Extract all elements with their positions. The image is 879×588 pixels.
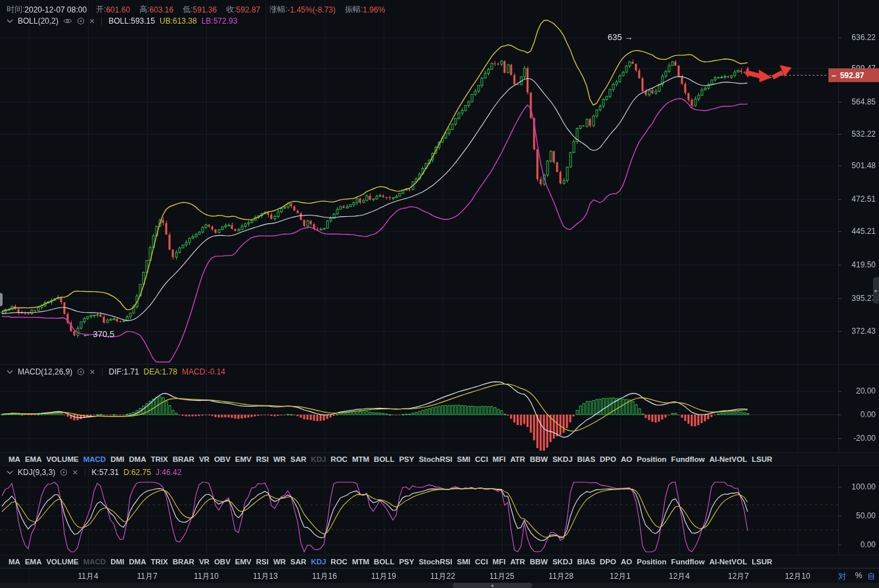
tab-roc[interactable]: ROC — [330, 558, 348, 566]
tab-ai-netvol[interactable]: AI-NetVOL — [710, 455, 748, 463]
change-label: 涨幅: — [269, 4, 287, 15]
amplitude-label: 振幅: — [345, 4, 363, 15]
tab-mfi[interactable]: MFI — [493, 455, 506, 463]
tab-trix[interactable]: TRIX — [150, 558, 168, 566]
time-tick-label: 11月16 — [312, 571, 337, 582]
tab-ao[interactable]: AO — [621, 558, 632, 566]
tab-volume[interactable]: VOLUME — [46, 455, 78, 463]
tab-rsi[interactable]: RSI — [256, 455, 269, 463]
tab-position[interactable]: Position — [637, 455, 666, 463]
tab-skdj[interactable]: SKDJ — [552, 455, 573, 463]
tab-vr[interactable]: VR — [199, 455, 210, 463]
price-axis-label: 501.48 — [842, 161, 876, 170]
close-icon[interactable]: × — [89, 367, 95, 376]
tab-wr[interactable]: WR — [273, 455, 286, 463]
tab-macd[interactable]: MACD — [83, 455, 106, 463]
tab-bbw[interactable]: BBW — [530, 455, 547, 463]
kdj-indicator-name: KDJ(9,3,3) — [18, 468, 55, 477]
tab-kdj[interactable]: KDJ — [311, 558, 326, 566]
tab-bias[interactable]: BIAS — [577, 558, 595, 566]
tab-vr[interactable]: VR — [199, 558, 210, 566]
tab-smi[interactable]: SMI — [457, 558, 470, 566]
tab-mfi[interactable]: MFI — [493, 558, 506, 566]
tab-ema[interactable]: EMA — [25, 558, 42, 566]
tab-atr[interactable]: ATR — [510, 455, 526, 463]
time-tick-label: 12月7 — [728, 571, 749, 582]
tab-kdj[interactable]: KDJ — [311, 455, 326, 463]
price-axis-label: 472.51 — [842, 194, 876, 204]
eye-icon[interactable] — [63, 18, 72, 24]
time-tick-label: 12月10 — [785, 571, 811, 582]
tab-ma[interactable]: MA — [9, 455, 20, 463]
tab-boll[interactable]: BOLL — [374, 455, 394, 463]
tab-sar[interactable]: SAR — [290, 558, 306, 566]
kdj-axis-label: 100.00 — [842, 482, 876, 491]
tab-mtm[interactable]: MTM — [352, 558, 369, 566]
tab-wr[interactable]: WR — [273, 558, 286, 566]
tab-dpo[interactable]: DPO — [600, 455, 616, 463]
tab-stochrsi[interactable]: StochRSI — [418, 558, 452, 566]
tab-volume[interactable]: VOLUME — [46, 558, 78, 566]
tab-rsi[interactable]: RSI — [256, 558, 269, 566]
price-axis-label: 564.85 — [842, 97, 876, 106]
tab-ai-netvol[interactable]: AI-NetVOL — [710, 558, 748, 566]
tab-dpo[interactable]: DPO — [600, 558, 616, 566]
time-value: 2020-12-07 08:00 — [24, 5, 87, 14]
tab-ma[interactable]: MA — [9, 558, 20, 566]
settings-hexagon-icon[interactable] — [77, 368, 85, 376]
tab-brar[interactable]: BRAR — [173, 558, 194, 566]
tab-emv[interactable]: EMV — [235, 455, 252, 463]
tab-roc[interactable]: ROC — [330, 455, 348, 463]
tab-ao[interactable]: AO — [621, 455, 632, 463]
tab-bbw[interactable]: BBW — [530, 558, 547, 566]
tab-atr[interactable]: ATR — [510, 558, 526, 566]
tab-dma[interactable]: DMA — [129, 455, 146, 463]
tab-obv[interactable]: OBV — [214, 558, 231, 566]
tab-cci[interactable]: CCI — [475, 558, 488, 566]
scrollbar-thumb[interactable]: ▲ — [453, 583, 532, 588]
tab-sar[interactable]: SAR — [290, 455, 306, 463]
tab-cci[interactable]: CCI — [475, 455, 488, 463]
tab-skdj[interactable]: SKDJ — [552, 558, 573, 566]
tab-ema[interactable]: EMA — [25, 455, 42, 463]
time-tick-label: 11月19 — [371, 571, 396, 582]
tab-macd[interactable]: MACD — [83, 558, 106, 566]
tab-emv[interactable]: EMV — [235, 558, 252, 566]
chevron-down-icon[interactable] — [7, 19, 13, 23]
tab-position[interactable]: Position — [637, 558, 666, 566]
time-tick-label: 11月28 — [549, 571, 574, 582]
price-chart-canvas[interactable] — [0, 0, 879, 588]
k-value: K:57.31 — [92, 468, 119, 477]
close-icon[interactable]: × — [89, 16, 95, 26]
tab-boll[interactable]: BOLL — [374, 558, 394, 566]
chevron-down-icon[interactable] — [7, 470, 13, 474]
tab-lsur[interactable]: LSUR — [752, 558, 772, 566]
tab-bias[interactable]: BIAS — [577, 455, 595, 463]
left-pane-handle[interactable] — [0, 293, 3, 306]
tab-fundflow[interactable]: Fundflow — [671, 455, 705, 463]
tab-dma[interactable]: DMA — [129, 558, 146, 566]
tab-fundflow[interactable]: Fundflow — [671, 558, 705, 566]
tab-obv[interactable]: OBV — [214, 455, 231, 463]
settings-hexagon-icon[interactable] — [60, 468, 68, 476]
tab-psy[interactable]: PSY — [399, 558, 414, 566]
chevron-down-icon[interactable] — [7, 370, 13, 374]
change-value: -1.45%(-8.73) — [288, 5, 336, 14]
price-axis-label: 532.22 — [842, 129, 876, 139]
right-panel-toggle[interactable]: ▸ — [873, 277, 879, 304]
tab-smi[interactable]: SMI — [457, 455, 470, 463]
tab-psy[interactable]: PSY — [399, 455, 414, 463]
tab-dmi[interactable]: DMI — [110, 455, 124, 463]
close-icon[interactable]: × — [72, 468, 78, 477]
open-label: 开: — [96, 4, 106, 15]
tab-dmi[interactable]: DMI — [110, 558, 124, 566]
last-price-value: 592.87 — [840, 71, 865, 80]
settings-hexagon-icon[interactable] — [77, 17, 85, 25]
horizontal-scrollbar[interactable]: ▲ — [0, 583, 879, 588]
boll-mid-value: BOLL:593.15 — [108, 16, 155, 26]
tab-lsur[interactable]: LSUR — [752, 455, 772, 463]
tab-trix[interactable]: TRIX — [150, 455, 168, 463]
tab-stochrsi[interactable]: StochRSI — [418, 455, 452, 463]
tab-brar[interactable]: BRAR — [173, 455, 194, 463]
tab-mtm[interactable]: MTM — [352, 455, 369, 463]
